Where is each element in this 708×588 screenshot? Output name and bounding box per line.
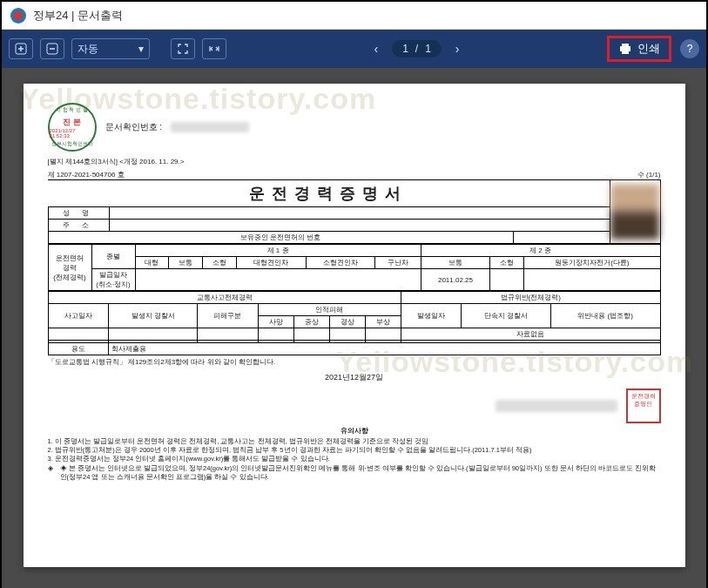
col: 피해구분	[198, 304, 259, 328]
form-ref: [별지 제144호의3서식] <개정 2016. 11. 29.>	[48, 158, 185, 166]
license-held-label: 보유중인 운전면허의 번호	[48, 232, 514, 244]
fit-page-button[interactable]	[171, 38, 195, 59]
col: 보통	[169, 257, 203, 269]
doc-number-value-redacted	[171, 122, 249, 132]
col: 대형	[135, 257, 169, 269]
page-indicator: 1 / 1	[392, 40, 442, 57]
serial-row: 제 1207-2021-504706 호 수 (1/1)	[48, 170, 661, 179]
row-issue: 발급일자 (취소·정지)	[91, 269, 135, 291]
page-count: 수 (1/1)	[637, 170, 661, 179]
printer-icon	[618, 42, 632, 56]
zoom-in-button[interactable]	[9, 38, 33, 59]
col: 대형견인차	[237, 257, 307, 269]
header-table: 운전경력증명서 성 명 주 소 보유중인 운전면허의 번호	[48, 179, 661, 244]
col: 부상	[365, 316, 401, 328]
col: 중상	[293, 316, 329, 328]
group2: 제 2 종	[421, 245, 660, 257]
gov-logo-icon	[10, 8, 26, 24]
print-label: 인쇄	[637, 41, 660, 57]
doc-number-label: 문서확인번호 :	[105, 121, 163, 133]
col: 사고일자	[48, 304, 109, 328]
document-stage: Yellowstone.tistory.com Yellowstone.tist…	[2, 68, 706, 588]
row-type: 종별	[91, 245, 135, 269]
serial-label: 제 1207-2021-504706 호	[48, 171, 125, 179]
issue-date: 2021년12월27일	[48, 372, 661, 383]
official-seal-icon: 운전경력증명인	[626, 389, 661, 423]
col: 소형견인차	[306, 257, 375, 269]
toolbar: 자동 ▾ ‹ 1 / 1 › 인쇄 ?	[2, 30, 706, 68]
col: 보통	[421, 257, 490, 269]
use-val: 회사제출용	[109, 343, 660, 355]
no-data: 자료없음	[401, 328, 660, 341]
col: 단속지 경찰서	[462, 304, 550, 328]
app-window: 정부24 | 문서출력 자동 ▾ ‹ 1 / 1 ›	[0, 0, 708, 588]
window-title: 정부24 | 문서출력	[33, 8, 123, 24]
note-2: 2. 법규위반(통고처분)은 경우 2000년 이후 자료로 한정되며, 범칙금…	[48, 446, 661, 455]
col: 경상	[329, 316, 365, 328]
zoom-mode-label: 자동	[78, 42, 98, 57]
page-nav: ‹ 1 / 1 ›	[374, 40, 459, 57]
expand-icon	[177, 43, 189, 55]
print-button[interactable]: 인쇄	[607, 36, 671, 62]
doc-number-row: 시 험 확 인 필 진 본 2021/12/27 21:52:33 정부시험확인…	[48, 103, 661, 152]
col: 원동기장치자전거(다륜)	[524, 257, 660, 269]
acc-right-header: 법규위반(전체경력)	[401, 292, 660, 304]
col: 사망	[258, 316, 293, 328]
toolbar-right: 인쇄 ?	[607, 36, 699, 62]
accident-table: 교통사고전체경력 법규위반(전체경력) 사고일자 발생지 경찰서 피해구분 인적…	[48, 291, 661, 355]
confirm-line: 「도로교통법 시행규칙」 제129조의2제3항에 따라 위와 같이 확인합니다.	[48, 357, 661, 367]
notes-header: 유의사항	[48, 427, 661, 436]
zoom-mode-select[interactable]: 자동 ▾	[71, 38, 150, 59]
col: 발생일자	[401, 304, 462, 328]
col: 인적피해	[258, 304, 401, 316]
col: 소형	[203, 257, 237, 269]
fit-width-button[interactable]	[202, 38, 226, 59]
license-table: 운전면허 경력 (전체경력) 종별 제 1 종 제 2 종 대형 보통 소형 대…	[48, 244, 661, 291]
group1: 제 1 종	[135, 245, 421, 257]
license-side-label: 운전면허 경력 (전체경력)	[48, 245, 91, 291]
acc-left-header: 교통사고전체경력	[48, 292, 401, 304]
col: 구난차	[375, 257, 421, 269]
notes: 유의사항 1. 이 증명서는 발급일로부터 운전면허 경력은 전체경력, 교통사…	[48, 427, 661, 482]
issuer-row: 운전경력증명인	[48, 389, 661, 423]
page-sep: /	[415, 43, 418, 55]
col: 소형	[490, 257, 524, 269]
note-1: 1. 이 증명서는 발급일로부터 운전면허 경력은 전체경력, 교통사고는 전체…	[48, 437, 661, 446]
prev-page-button[interactable]: ‹	[374, 42, 378, 56]
plus-icon	[15, 43, 27, 55]
use-label: 용도	[48, 343, 109, 355]
minus-icon	[46, 43, 58, 55]
titlebar: 정부24 | 문서출력	[2, 2, 706, 30]
fit-width-icon	[208, 43, 220, 55]
issue-date-val: 2011.02.25	[421, 269, 490, 291]
name-label: 성 명	[48, 207, 109, 220]
addr-label: 주 소	[48, 220, 109, 232]
document-page: Yellowstone.tistory.com Yellowstone.tist…	[24, 84, 685, 567]
page-total: 1	[425, 43, 431, 55]
form-meta: [별지 제144호의3서식] <개정 2016. 11. 29.>	[48, 157, 661, 166]
photo-redacted	[610, 184, 659, 240]
chevron-down-icon: ▾	[138, 43, 144, 55]
help-button[interactable]: ?	[680, 39, 699, 58]
col: 발생지 경찰서	[109, 304, 198, 328]
note-3: 3. 운전경력증명서는 정부24 인터넷 홈페이지(www.gov.kr)를 통…	[48, 455, 661, 463]
doc-title: 운전경력증명서	[51, 183, 607, 204]
footnote: ◈ ◈ 본 증명서는 인터넷으로 발급되었으며, 정부24(gov.kr)의 인…	[48, 464, 661, 482]
issuer-redacted	[496, 400, 617, 412]
verify-seal-icon: 시 험 확 인 필 진 본 2021/12/27 21:52:33 정부시험확인…	[48, 103, 97, 152]
next-page-button[interactable]: ›	[455, 42, 460, 56]
zoom-out-button[interactable]	[40, 38, 64, 59]
col: 위반내용 (법조항)	[550, 304, 660, 328]
page-current: 1	[402, 43, 408, 55]
